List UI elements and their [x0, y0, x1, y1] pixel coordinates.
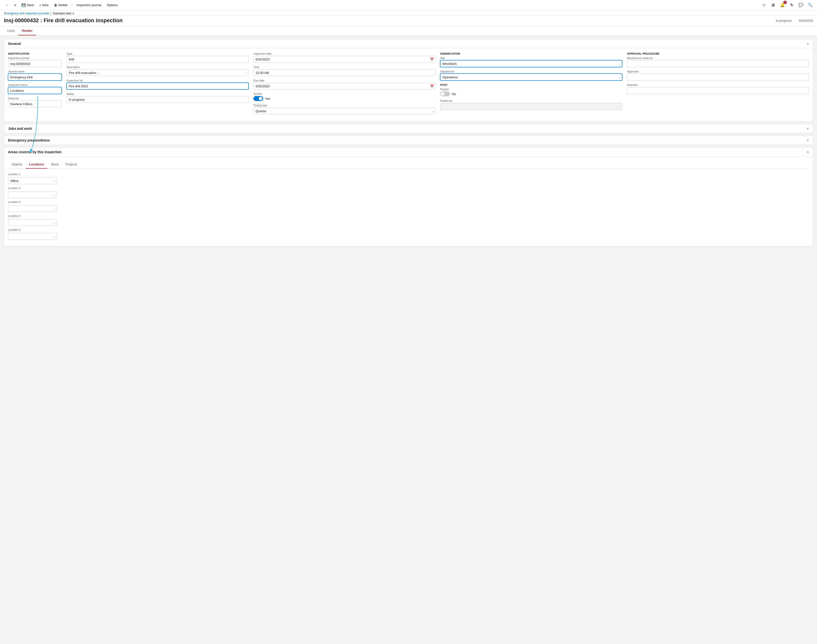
new-button[interactable]: + New	[37, 2, 51, 8]
journal-input[interactable]	[8, 60, 62, 67]
posted-toggle[interactable]	[440, 92, 450, 97]
inspection-list-input[interactable]	[67, 83, 248, 89]
main-content: General ∧ IDENTIFICATION Inspection jour…	[0, 35, 817, 250]
due-date-label: Due date	[253, 79, 435, 82]
location3-label: Location 3	[8, 201, 57, 204]
journal-label: Inspection journal	[8, 57, 62, 60]
save-button[interactable]: 💾 Save	[20, 2, 36, 8]
view-selector[interactable]: Standard view ∨	[53, 12, 74, 15]
rejected-input[interactable]	[627, 87, 809, 94]
emergency-section: Emergency preparedness ∨	[4, 136, 813, 145]
apps-icon-button[interactable]: ⊞	[770, 2, 777, 9]
due-date-field-group: Due date 📅	[253, 79, 435, 89]
back-button[interactable]: ←	[3, 2, 11, 8]
location1-select-wrap: ⌄	[8, 177, 57, 184]
due-date-wrap: 📅	[253, 83, 435, 89]
options-button[interactable]: Options	[105, 2, 120, 8]
refresh-icon-button[interactable]: ↻	[788, 2, 795, 9]
star-icon-button[interactable]: ☆	[760, 2, 767, 9]
demarcation-col: DEMARCATION Site ⌄ Department ⌄	[440, 52, 622, 117]
search-toolbar-button[interactable]: 🔍	[807, 2, 814, 9]
jobs-section-header[interactable]: Jobs and work ∨	[4, 124, 813, 133]
posted-label: Posted	[440, 88, 622, 91]
rejected-field-group: Rejected	[627, 83, 809, 94]
general-section-body: IDENTIFICATION Inspection journal Journa…	[4, 48, 813, 121]
notification-button: 🔔 0	[779, 2, 786, 9]
breadcrumb: Emergency drill inspection journals | St…	[4, 12, 813, 15]
location1-label: Location 1	[8, 173, 57, 176]
location1-input[interactable]	[8, 177, 57, 184]
reported-input[interactable]	[627, 60, 809, 67]
inspection-list-field-group: Inspection list	[67, 79, 248, 89]
general-chevron-icon: ∧	[807, 42, 809, 45]
areas-section-title: Areas covered by this inspection	[8, 150, 61, 154]
approval-col: APPROVAL PROCEDURE Reported as ready by …	[627, 52, 809, 117]
inspection-date-col: Inspection date 📅 Time Due date	[253, 52, 435, 117]
tab-lines[interactable]: Lines	[4, 26, 18, 35]
inspection-focus-field-group: Inspection focus	[8, 83, 62, 94]
areas-section-header[interactable]: Areas covered by this inspection ∧	[4, 147, 813, 156]
department-input[interactable]	[440, 74, 622, 81]
inspection-date-wrap: 📅	[253, 56, 435, 63]
emergency-section-header[interactable]: Emergency preparedness ∨	[4, 136, 813, 145]
back-icon: ←	[5, 3, 9, 7]
type-input[interactable]	[67, 56, 248, 63]
general-section-header[interactable]: General ∧	[4, 39, 813, 48]
inspection-focus-input[interactable]	[8, 87, 62, 94]
inspector-input[interactable]	[8, 101, 62, 107]
jobs-section: Jobs and work ∨	[4, 124, 813, 133]
site-label: Site	[440, 57, 622, 60]
yes-no-toggle[interactable]	[253, 96, 263, 101]
timing-type-label: Timing type	[253, 104, 435, 107]
tab-objects[interactable]: Objects	[8, 161, 26, 169]
time-field-group: Time	[253, 66, 435, 76]
chat-icon-button[interactable]: 💬	[797, 2, 804, 9]
posted-on-input[interactable]	[440, 103, 622, 110]
approved-input[interactable]	[627, 74, 809, 81]
type-col: Type Description ⌄ Inspection list	[67, 52, 248, 117]
posted-field-group: Posted No	[440, 88, 622, 97]
location2-select-wrap: ⌄	[8, 191, 57, 198]
description-input[interactable]	[67, 69, 248, 76]
posted-value-label: No	[452, 92, 456, 96]
tab-projects[interactable]: Projects	[62, 161, 80, 169]
yes-no-field-group: Yes/No Yes	[253, 92, 435, 101]
approval-label: APPROVAL PROCEDURE	[627, 52, 809, 55]
type-label: Type	[67, 52, 248, 55]
approved-field-group: Approved	[627, 70, 809, 81]
due-date-input[interactable]	[253, 83, 435, 89]
time-input[interactable]	[253, 69, 435, 76]
reported-field-group: Reported as ready by	[627, 57, 809, 67]
tab-header[interactable]: Header	[18, 26, 36, 35]
journal-name-input[interactable]	[8, 74, 62, 81]
location5-row: Location 5 ⌄	[8, 228, 57, 240]
page-title: Insj-00000432 : Fire drill evacuation in…	[4, 17, 776, 24]
general-section-title: General	[8, 42, 21, 46]
location3-input[interactable]	[8, 205, 57, 212]
demarcation-label: DEMARCATION	[440, 52, 622, 55]
site-input[interactable]	[440, 60, 622, 67]
status-input[interactable]	[67, 96, 248, 103]
areas-inner-tabs: Objects Locations Stock Projects	[8, 161, 809, 169]
status-label: Status	[67, 92, 248, 95]
identification-col: IDENTIFICATION Inspection journal Journa…	[8, 52, 62, 117]
identification-label: IDENTIFICATION	[8, 52, 62, 55]
location4-row: Location 4 ⌄	[8, 215, 57, 226]
location4-input[interactable]	[8, 219, 57, 226]
inspection-date-label: Inspection date	[253, 52, 435, 55]
status-field-group: Status	[67, 92, 248, 103]
tab-stock[interactable]: Stock	[47, 161, 62, 169]
location2-input[interactable]	[8, 191, 57, 198]
breadcrumb-link[interactable]: Emergency drill inspection journals	[4, 12, 49, 15]
timing-type-select-wrap: ⌄	[253, 107, 435, 114]
inspection-journal-button[interactable]: Inspection journal	[75, 2, 103, 8]
delete-button[interactable]: 🗑 Delete	[52, 2, 69, 8]
menu-button[interactable]: ≡	[12, 2, 18, 8]
locations-fields: Location 1 ⌄ Location 2 ⌄ Location 3	[8, 173, 809, 240]
timing-type-input[interactable]	[253, 107, 435, 114]
areas-section-body: Objects Locations Stock Projects Locatio…	[4, 156, 813, 246]
location5-input[interactable]	[8, 233, 57, 240]
inspection-date-input[interactable]	[253, 56, 435, 63]
tab-locations[interactable]: Locations	[26, 161, 47, 169]
emergency-section-title: Emergency preparedness	[8, 138, 50, 142]
